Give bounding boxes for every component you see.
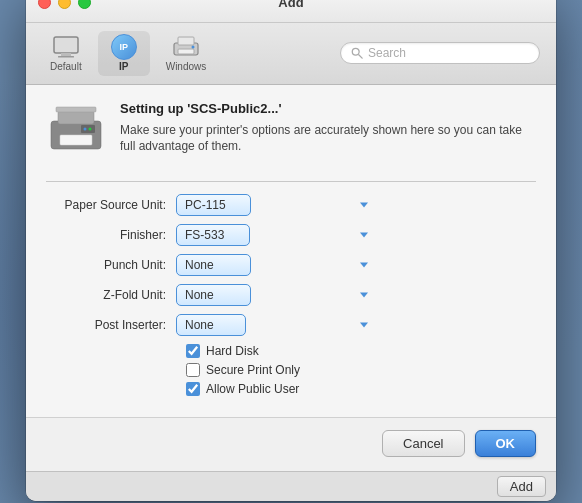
- z-fold-select[interactable]: None ZU-606: [176, 284, 251, 306]
- checkbox-row-hard-disk: Hard Disk: [186, 344, 536, 358]
- svg-rect-10: [58, 111, 94, 124]
- printer-heading: Setting up 'SCS-Public2...': [120, 101, 536, 116]
- post-inserter-label: Post Inserter:: [46, 318, 176, 332]
- printer-description: Make sure your printer's options are acc…: [120, 122, 536, 156]
- printer-header: Setting up 'SCS-Public2...' Make sure yo…: [46, 101, 536, 165]
- secure-print-checkbox[interactable]: [186, 363, 200, 377]
- printer-icon: [172, 35, 200, 59]
- punch-unit-label: Punch Unit:: [46, 258, 176, 272]
- hard-disk-checkbox[interactable]: [186, 344, 200, 358]
- checkbox-section: Hard Disk Secure Print Only Allow Public…: [186, 344, 536, 396]
- svg-rect-4: [178, 37, 194, 45]
- titlebar: Add: [26, 0, 556, 23]
- button-row: Cancel OK: [26, 417, 556, 471]
- window-controls: [38, 0, 91, 9]
- monitor-icon: [52, 35, 80, 59]
- checkbox-row-secure-print: Secure Print Only: [186, 363, 536, 377]
- svg-rect-12: [81, 125, 95, 133]
- minimize-button[interactable]: [58, 0, 71, 9]
- svg-point-6: [191, 45, 194, 48]
- add-button[interactable]: Add: [497, 476, 546, 497]
- maximize-button[interactable]: [78, 0, 91, 9]
- tab-default[interactable]: Default: [38, 31, 94, 76]
- paper-source-select[interactable]: PC-115 PC-215 None: [176, 194, 251, 216]
- tab-ip-label: IP: [119, 61, 128, 72]
- svg-rect-5: [178, 49, 194, 54]
- add-bar: Add: [26, 471, 556, 501]
- search-box[interactable]: [340, 42, 540, 64]
- paper-source-select-wrapper: PC-115 PC-215 None: [176, 194, 376, 216]
- form-row-post-inserter: Post Inserter: None PI-505: [46, 314, 536, 336]
- paper-source-label: Paper Source Unit:: [46, 198, 176, 212]
- svg-point-14: [89, 127, 92, 130]
- form-row-paper-source: Paper Source Unit: PC-115 PC-215 None: [46, 194, 536, 216]
- svg-point-7: [352, 48, 359, 55]
- form-row-finisher: Finisher: FS-533 FS-526 None: [46, 224, 536, 246]
- form-row-punch-unit: Punch Unit: None PU-501 PU-502: [46, 254, 536, 276]
- svg-rect-15: [56, 107, 96, 112]
- toolbar-tab-group: Default IP IP Windows: [38, 31, 218, 76]
- allow-public-label[interactable]: Allow Public User: [206, 382, 299, 396]
- z-fold-label: Z-Fold Unit:: [46, 288, 176, 302]
- printer-image: [46, 101, 106, 165]
- toolbar: Default IP IP Windows: [26, 23, 556, 85]
- svg-point-13: [84, 127, 87, 130]
- form-row-z-fold: Z-Fold Unit: None ZU-606: [46, 284, 536, 306]
- checkbox-row-allow-public: Allow Public User: [186, 382, 536, 396]
- finisher-label: Finisher:: [46, 228, 176, 242]
- svg-line-8: [359, 55, 362, 58]
- post-inserter-select-wrapper: None PI-505: [176, 314, 376, 336]
- svg-rect-0: [54, 37, 78, 53]
- post-inserter-select[interactable]: None PI-505: [176, 314, 246, 336]
- allow-public-checkbox[interactable]: [186, 382, 200, 396]
- finisher-select-wrapper: FS-533 FS-526 None: [176, 224, 376, 246]
- close-button[interactable]: [38, 0, 51, 9]
- punch-unit-select[interactable]: None PU-501 PU-502: [176, 254, 251, 276]
- search-area: [218, 42, 544, 64]
- punch-unit-select-wrapper: None PU-501 PU-502: [176, 254, 376, 276]
- z-fold-select-wrapper: None ZU-606: [176, 284, 376, 306]
- svg-rect-2: [58, 56, 74, 58]
- content-area: Setting up 'SCS-Public2...' Make sure yo…: [26, 85, 556, 417]
- tab-ip[interactable]: IP IP: [98, 31, 150, 76]
- svg-rect-1: [61, 53, 71, 56]
- finisher-select[interactable]: FS-533 FS-526 None: [176, 224, 250, 246]
- form-fields: Paper Source Unit: PC-115 PC-215 None Fi…: [46, 194, 536, 336]
- tab-windows-label: Windows: [166, 61, 207, 72]
- search-icon: [351, 47, 363, 59]
- cancel-button[interactable]: Cancel: [382, 430, 464, 457]
- ip-icon: IP: [110, 35, 138, 59]
- window-title: Add: [278, 0, 303, 10]
- main-window: Add Default IP IP: [26, 0, 556, 501]
- ok-button[interactable]: OK: [475, 430, 537, 457]
- hard-disk-label[interactable]: Hard Disk: [206, 344, 259, 358]
- tab-windows[interactable]: Windows: [154, 31, 219, 76]
- printer-info: Setting up 'SCS-Public2...' Make sure yo…: [120, 101, 536, 156]
- printer-thumbnail-icon: [46, 101, 106, 161]
- secure-print-label[interactable]: Secure Print Only: [206, 363, 300, 377]
- search-input[interactable]: [368, 46, 529, 60]
- svg-rect-11: [60, 135, 92, 145]
- tab-default-label: Default: [50, 61, 82, 72]
- section-divider: [46, 181, 536, 182]
